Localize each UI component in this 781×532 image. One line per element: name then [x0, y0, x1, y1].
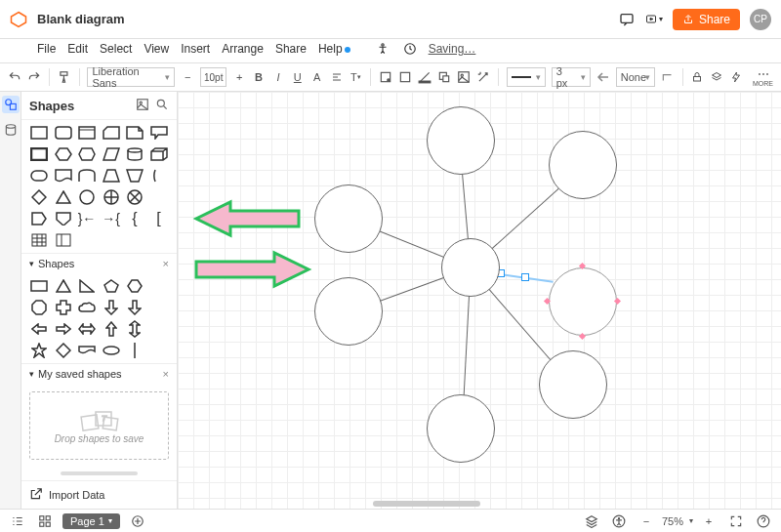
- shape-note-icon[interactable]: [125, 124, 144, 142]
- diagram-node-selected[interactable]: [549, 267, 617, 336]
- shape-star-icon[interactable]: [29, 342, 49, 359]
- shape-diamond-icon[interactable]: [29, 188, 49, 206]
- border-color-icon[interactable]: [398, 67, 412, 87]
- shape-arrowdown2-icon[interactable]: [125, 299, 144, 316]
- present-icon[interactable]: ▾: [645, 11, 663, 28]
- shape-halfcircle-icon[interactable]: [149, 167, 169, 184]
- shape-shield-icon[interactable]: [54, 210, 73, 227]
- diagram-node[interactable]: [549, 131, 617, 199]
- shape-diamond2-icon[interactable]: [54, 342, 73, 359]
- shape-blank4-icon[interactable]: [149, 320, 169, 338]
- arrow-start-icon[interactable]: [596, 67, 610, 87]
- shape-brace-icon[interactable]: {: [125, 210, 144, 227]
- shape-parallelogram-icon[interactable]: [102, 145, 121, 163]
- italic-icon[interactable]: I: [271, 67, 285, 87]
- shape-table-icon[interactable]: [29, 231, 49, 249]
- line-color-icon[interactable]: [418, 67, 432, 87]
- image-icon[interactable]: [457, 67, 471, 87]
- shape-cross2-icon[interactable]: [54, 299, 73, 316]
- shape-hex3-icon[interactable]: [125, 277, 144, 295]
- shape-arrowdown-icon[interactable]: [102, 299, 121, 316]
- shape-cylinder-icon[interactable]: [125, 145, 144, 163]
- align-icon[interactable]: [330, 67, 344, 87]
- bold-icon[interactable]: B: [252, 67, 266, 87]
- redo-icon[interactable]: [27, 67, 41, 87]
- selection-handle[interactable]: [521, 273, 529, 281]
- font-size-increase-icon[interactable]: +: [232, 67, 246, 87]
- comments-icon[interactable]: [618, 11, 636, 28]
- fill-color-icon[interactable]: [379, 67, 392, 87]
- more-button[interactable]: ⋯MORE: [753, 68, 773, 87]
- shape-hexagon-icon[interactable]: [54, 145, 73, 163]
- share-button[interactable]: Share: [673, 9, 740, 30]
- font-family-select[interactable]: Liberation Sans: [87, 67, 175, 87]
- shape-blackrect-icon[interactable]: [29, 145, 49, 163]
- sidebar-image-icon[interactable]: [136, 98, 149, 114]
- shape-blank3-icon[interactable]: [149, 299, 169, 316]
- paint-format-icon[interactable]: [58, 67, 71, 87]
- rail-shapes-icon[interactable]: [2, 96, 20, 113]
- shape-oct-icon[interactable]: [29, 299, 49, 316]
- arrow-end-select[interactable]: None: [616, 67, 655, 87]
- shape-vline-icon[interactable]: [125, 342, 144, 359]
- shape-swimlane-icon[interactable]: [54, 231, 73, 249]
- shape-pentagon3-icon[interactable]: [102, 277, 121, 295]
- accessibility2-icon[interactable]: [609, 512, 629, 531]
- sidebar-scrollbar[interactable]: [61, 471, 138, 475]
- shape-trapezoid-icon[interactable]: [102, 167, 121, 184]
- action-icon[interactable]: [729, 67, 743, 87]
- annotation-arrow-left[interactable]: [191, 199, 304, 238]
- diagram-node[interactable]: [314, 277, 383, 346]
- shape-style-icon[interactable]: [437, 67, 451, 87]
- shape-rect-icon[interactable]: [29, 124, 49, 142]
- shape-hexagon2-icon[interactable]: [77, 145, 97, 163]
- shape-brace-right-icon[interactable]: }←: [77, 210, 97, 227]
- menu-arrange[interactable]: Arrange: [222, 42, 264, 56]
- menu-edit[interactable]: Edit: [67, 42, 88, 56]
- section-saved-header[interactable]: ▾ My saved shapes ×: [21, 363, 177, 384]
- shape-arrowright-icon[interactable]: [54, 320, 73, 338]
- help-icon[interactable]: [754, 512, 773, 531]
- shape-arrowud-icon[interactable]: [125, 320, 144, 338]
- section-shapes-header[interactable]: ▾ Shapes ×: [21, 253, 177, 273]
- shape-trapezoid2-icon[interactable]: [125, 167, 144, 184]
- accessibility-icon[interactable]: [374, 40, 391, 58]
- shape-cube-icon[interactable]: [149, 145, 169, 163]
- shape-arrowup-icon[interactable]: [102, 320, 121, 338]
- diagram-node[interactable]: [314, 184, 383, 253]
- diagram-node[interactable]: [427, 394, 495, 463]
- shape-pentagon2-icon[interactable]: [29, 210, 49, 227]
- outline-view-icon[interactable]: [8, 512, 27, 531]
- shape-brace-left-icon[interactable]: →{: [102, 210, 121, 227]
- shape-banner-icon[interactable]: [77, 342, 97, 359]
- close-icon[interactable]: ×: [163, 368, 169, 380]
- shape-blank2-icon[interactable]: [149, 277, 169, 295]
- user-avatar[interactable]: CP: [750, 9, 771, 30]
- zoom-level[interactable]: 75%: [662, 515, 683, 527]
- shape-frame-icon[interactable]: [77, 124, 97, 142]
- history-icon[interactable]: [401, 40, 419, 58]
- layers-icon[interactable]: [710, 67, 723, 87]
- shape-circle-plus-icon[interactable]: [102, 188, 121, 206]
- page-tab[interactable]: Page 1▾: [62, 513, 120, 529]
- lock-icon[interactable]: [690, 67, 704, 87]
- close-icon[interactable]: ×: [163, 258, 169, 269]
- menu-file[interactable]: File: [37, 42, 56, 56]
- shape-rect2-icon[interactable]: [29, 277, 49, 295]
- undo-icon[interactable]: [8, 67, 21, 87]
- diagram-node-center[interactable]: [441, 238, 500, 297]
- shape-circle-x-icon[interactable]: [125, 188, 144, 206]
- connector-style-icon[interactable]: [661, 67, 675, 87]
- add-page-icon[interactable]: [128, 512, 147, 531]
- stroke-width-select[interactable]: 3 px: [552, 67, 591, 87]
- shape-righttri-icon[interactable]: [77, 277, 97, 295]
- shape-doc-icon[interactable]: [54, 167, 73, 184]
- menu-help[interactable]: Help: [318, 42, 350, 56]
- shape-triangle-icon[interactable]: [54, 188, 73, 206]
- text-tool-icon[interactable]: T▾: [349, 67, 362, 87]
- menu-view[interactable]: View: [144, 42, 169, 56]
- grid-view-icon[interactable]: [35, 512, 55, 531]
- shape-cornerrect-icon[interactable]: [102, 124, 121, 142]
- save-status[interactable]: Saving…: [429, 42, 476, 56]
- shape-ellipse2-icon[interactable]: [102, 342, 121, 359]
